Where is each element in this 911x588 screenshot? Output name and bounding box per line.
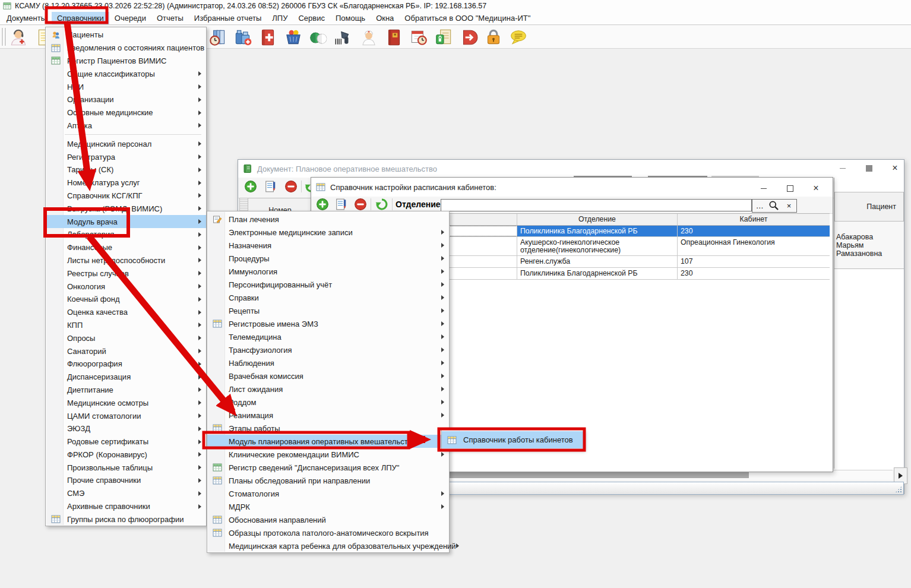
menu-item[interactable]: Реанимация: [207, 409, 449, 422]
menu-item[interactable]: СМЭ: [46, 487, 206, 500]
menu-item[interactable]: Этапы работы: [207, 422, 449, 435]
menu-item[interactable]: Справочник КСГ/КПГ: [46, 189, 206, 203]
edit-button[interactable]: [264, 180, 279, 194]
menu-item[interactable]: Медицинский персонал: [46, 137, 206, 150]
schedule-icon[interactable]: [208, 27, 228, 48]
cabinet-cell[interactable]: Опреационная Гинекология: [678, 237, 830, 255]
edit-button[interactable]: [335, 198, 349, 212]
exit-icon[interactable]: [458, 27, 479, 48]
menu-item[interactable]: Медицинские осмотры: [46, 396, 206, 409]
menu-item[interactable]: Назначения: [207, 239, 449, 252]
medicine-bottles-icon[interactable]: [233, 27, 253, 48]
menu-item[interactable]: Регистр сведений "Диспансеризация всех Л…: [207, 461, 449, 474]
nurse-icon[interactable]: [359, 27, 379, 48]
menu-item[interactable]: Диетпитание: [46, 384, 206, 397]
close-button[interactable]: ×: [803, 180, 829, 197]
menu-item[interactable]: План лечения: [207, 213, 449, 226]
menu-item[interactable]: Номенклатура услуг: [46, 176, 206, 189]
menu-item[interactable]: Процедуры: [207, 252, 449, 265]
menu-item[interactable]: Регистратура: [46, 150, 206, 163]
menu-item[interactable]: Клинические рекомендации ВИМИС: [207, 448, 449, 461]
menu-item[interactable]: Стоматология: [207, 487, 449, 500]
menu-item[interactable]: Справочник работы кабинетов: [442, 431, 583, 448]
menu-item[interactable]: Тарифы (СК): [46, 163, 206, 176]
medical-book-icon[interactable]: [258, 27, 278, 48]
menu-item[interactable]: Роддом: [207, 396, 449, 409]
menu-item[interactable]: Планы обследований при направлении: [207, 474, 449, 487]
menu-item[interactable]: Лист ожидания: [207, 382, 449, 396]
close-button[interactable]: ×: [882, 160, 908, 176]
menubar-item[interactable]: Избранные отчеты: [189, 12, 267, 24]
menu-item[interactable]: Реестры случаев: [46, 267, 206, 280]
cabinet-cell[interactable]: 107: [678, 256, 830, 267]
toolbar-grip[interactable]: [2, 28, 4, 46]
menu-item[interactable]: Выгрузка (РЭМД, ВИМИС): [46, 202, 206, 215]
menu-item[interactable]: Основные медицинские: [46, 106, 206, 119]
menu-item[interactable]: Финансовые: [46, 241, 206, 254]
menubar-item[interactable]: Отчеты: [151, 12, 189, 24]
scrollbar-thumb[interactable]: [449, 472, 749, 478]
red-book-icon[interactable]: [384, 27, 404, 48]
menu-item[interactable]: ЭЮЗД: [46, 422, 206, 435]
department-input[interactable]: [441, 199, 752, 211]
menu-item[interactable]: Персонифицированный учёт: [207, 278, 449, 291]
delete-button[interactable]: [354, 198, 368, 212]
menu-item[interactable]: Листы нетрудоспособности: [46, 254, 206, 267]
menu-item[interactable]: Модуль планирования оперативных вмешател…: [207, 435, 449, 448]
chat-icon[interactable]: [508, 27, 529, 48]
menu-item[interactable]: Телемедицина: [207, 330, 449, 343]
menu-item[interactable]: ЦАМИ стоматологии: [46, 409, 206, 422]
maximize-button[interactable]: [777, 180, 803, 197]
menubar-item[interactable]: Справочники: [52, 12, 109, 24]
menu-item[interactable]: Образцы протокола патолого-анатомическог…: [207, 526, 449, 539]
menu-item[interactable]: ФРКОР (Коронавирус): [46, 448, 206, 461]
add-button[interactable]: [316, 198, 330, 212]
cabinet-column-header[interactable]: Кабинет: [678, 214, 830, 225]
menu-item[interactable]: Онкология: [46, 280, 206, 293]
cabinet-cell[interactable]: 230: [678, 268, 830, 279]
menu-item[interactable]: Санаторий: [46, 344, 206, 358]
menu-item[interactable]: КПП: [46, 319, 206, 332]
menu-item[interactable]: Рецепты: [207, 304, 449, 317]
menu-item[interactable]: Архивные справочники: [46, 500, 206, 513]
department-cell[interactable]: Поликлиника Благодарненской РБ: [517, 268, 678, 279]
menu-item[interactable]: Наблюдения: [207, 356, 449, 369]
menu-item[interactable]: Оценка качества: [46, 306, 206, 319]
cabinet-cell[interactable]: 230: [678, 226, 830, 237]
department-cell[interactable]: Акушерско-гинекологическое отделение(гин…: [517, 237, 678, 255]
menu-item[interactable]: Регистровые имена ЭМЗ: [207, 317, 449, 330]
menu-item[interactable]: Пациенты: [46, 29, 206, 42]
menu-item[interactable]: Медицинская карта ребенка для образовате…: [207, 539, 449, 552]
menubar-item[interactable]: Окна: [371, 12, 399, 24]
clear-icon[interactable]: ×: [783, 200, 796, 211]
menu-item[interactable]: Регистр Пациентов ВИМИС: [46, 55, 206, 68]
menu-item[interactable]: Аптека: [46, 119, 206, 132]
menu-item[interactable]: Организации: [46, 93, 206, 106]
menubar-item[interactable]: Документы: [1, 12, 52, 24]
menu-item[interactable]: Справки: [207, 291, 449, 304]
patient-column-header[interactable]: Пациент: [834, 192, 904, 222]
menu-item[interactable]: Прочие справочники: [46, 474, 206, 487]
menu-item[interactable]: Произвольные таблицы: [46, 461, 206, 474]
barcode-scanner-icon[interactable]: [333, 27, 353, 48]
menu-item[interactable]: Родовые сертификаты: [46, 435, 206, 448]
menu-item[interactable]: Уведомления о состояниях пациентов: [46, 42, 206, 55]
minimize-button[interactable]: [830, 160, 856, 176]
maximize-button[interactable]: [856, 160, 882, 176]
menu-item[interactable]: Коечный фонд: [46, 293, 206, 306]
menu-item[interactable]: Флюорография: [46, 358, 206, 371]
doctor-headset-icon[interactable]: [8, 27, 29, 48]
menu-item[interactable]: Опросы: [46, 331, 206, 344]
search-icon[interactable]: [768, 200, 781, 211]
menu-item[interactable]: Обоснования направлений: [207, 513, 449, 526]
menu-item[interactable]: Группы риска по флюорографии: [46, 513, 206, 526]
menu-item[interactable]: Лаборатория: [46, 228, 206, 241]
menu-item[interactable]: Врачебная комиссия: [207, 369, 449, 382]
menu-item[interactable]: Общие классификаторы: [46, 67, 206, 80]
menubar-item[interactable]: ЛПУ: [267, 12, 293, 24]
menubar-item[interactable]: Очереди: [109, 12, 151, 24]
menubar-item[interactable]: Обратиться в ООО "Медицина-ИТ": [399, 12, 536, 24]
patient-cell[interactable]: Абакарова Марьям Рамазановна: [834, 222, 904, 269]
menu-item[interactable]: Трансфузиология: [207, 343, 449, 356]
department-cell[interactable]: Ренген.служба: [517, 256, 678, 267]
